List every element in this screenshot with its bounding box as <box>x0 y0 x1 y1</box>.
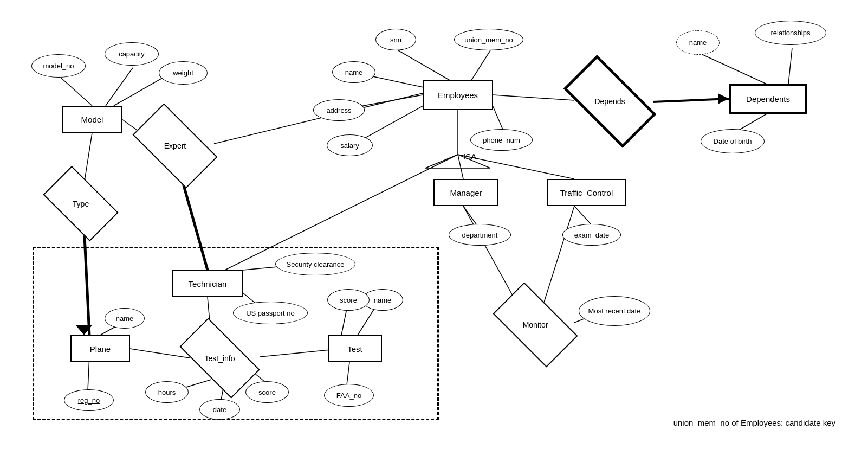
ellipse-snn: snn <box>375 29 416 50</box>
ellipse-score-tech-label: score <box>340 296 357 304</box>
ellipse-salary-label: salary <box>340 142 359 150</box>
entity-manager-label: Manager <box>450 188 482 197</box>
ellipse-department-label: department <box>462 231 498 239</box>
ellipse-us-passport-no: US passport no <box>233 302 308 324</box>
ellipse-security-clearance-label: Security clearance <box>287 260 345 268</box>
ellipse-date-label: date <box>213 406 226 414</box>
svg-line-14 <box>493 95 574 100</box>
ellipse-name-dep-label: name <box>689 39 707 47</box>
svg-line-18 <box>788 48 792 84</box>
svg-line-1 <box>106 68 133 106</box>
ellipse-capacity: capacity <box>105 42 159 66</box>
ellipse-capacity-label: capacity <box>119 50 145 58</box>
diamond-expert-label: Expert <box>164 142 186 150</box>
ellipse-address-label: address <box>326 106 351 114</box>
svg-line-8 <box>398 50 450 80</box>
svg-line-28 <box>542 206 574 309</box>
ellipse-hours: hours <box>145 381 189 403</box>
ellipse-name-emp-label: name <box>345 68 363 76</box>
ellipse-most-recent-date-label: Most recent date <box>586 307 644 315</box>
svg-line-43 <box>214 93 423 144</box>
diamond-type: Type <box>48 183 114 224</box>
ellipse-weight-label: weight <box>173 69 193 77</box>
entity-employees-label: Employees <box>438 91 478 100</box>
entity-technician-label: Technician <box>189 279 227 288</box>
ellipse-date: date <box>199 399 240 420</box>
ellipse-phone-num-label: phone_num <box>483 136 520 144</box>
ellipse-score-tech: score <box>327 289 370 311</box>
diamond-expert: Expert <box>137 124 213 168</box>
diamond-monitor-label: Monitor <box>523 320 548 329</box>
ellipse-most-recent-date: Most recent date <box>579 296 650 326</box>
ellipse-relationships-label: relationships <box>771 29 811 37</box>
svg-line-15 <box>653 99 729 102</box>
ellipse-model-no-label: model_no <box>43 62 74 70</box>
ellipse-relationships: relationships <box>755 21 826 45</box>
entity-plane-label: Plane <box>90 344 111 354</box>
ellipse-reg-no-label: reg_no <box>78 396 100 405</box>
svg-line-21 <box>458 155 463 179</box>
diamond-depends: Depends <box>568 78 652 125</box>
diamond-depends-label: Depends <box>594 97 625 106</box>
svg-line-2 <box>114 75 168 106</box>
ellipse-name-plane-label: name <box>116 315 134 323</box>
svg-line-26 <box>574 206 592 225</box>
svg-line-17 <box>702 54 767 84</box>
ellipse-date-of-birth-label: Date of birth <box>714 137 752 145</box>
ellipse-score-test: score <box>245 381 289 403</box>
ellipse-union-mem-no-label: union_mem_no <box>464 36 513 44</box>
ellipse-weight: weight <box>159 61 208 85</box>
svg-line-9 <box>471 50 490 80</box>
ellipse-security-clearance: Security clearance <box>275 253 355 275</box>
ellipse-exam-date-label: exam_date <box>574 231 609 239</box>
entity-employees: Employees <box>423 80 493 110</box>
ellipse-score-test-label: score <box>258 388 276 396</box>
entity-plane: Plane <box>70 335 130 362</box>
entity-dependents-label: Dependents <box>746 94 790 104</box>
ellipse-phone-num: phone_num <box>470 129 533 151</box>
entity-traffic-control: Traffic_Control <box>547 179 626 206</box>
ellipse-model-no: model_no <box>31 54 86 78</box>
entity-dependents: Dependents <box>729 84 807 114</box>
entity-model: Model <box>62 106 122 133</box>
isa-label: ISA <box>463 152 476 161</box>
diamond-monitor: Monitor <box>497 303 573 347</box>
entity-model-label: Model <box>81 115 103 124</box>
svg-line-12 <box>358 103 428 142</box>
ellipse-salary: salary <box>327 134 373 156</box>
ellipse-faa-no: FAA_no <box>324 384 374 407</box>
diagram-container: ISA Model Employees Manager Traffic_Cont… <box>0 0 868 449</box>
ellipse-snn-label: snn <box>390 36 401 44</box>
entity-traffic-label: Traffic_Control <box>560 188 613 197</box>
ellipse-faa-no-label: FAA_no <box>336 392 361 400</box>
ellipse-name-plane: name <box>105 308 145 329</box>
svg-line-27 <box>463 206 520 309</box>
diamond-type-label: Type <box>73 200 89 208</box>
entity-technician: Technician <box>172 270 243 297</box>
ellipse-name-emp: name <box>332 61 375 83</box>
ellipse-date-of-birth: Date of birth <box>701 129 765 153</box>
ellipse-union-mem-no: union_mem_no <box>454 29 523 50</box>
annotation-text: union_mem_no of Employees: candidate key <box>673 418 835 427</box>
svg-marker-16 <box>718 93 729 104</box>
svg-line-0 <box>61 78 92 106</box>
svg-line-5 <box>84 133 92 184</box>
ellipse-department: department <box>449 224 511 246</box>
ellipse-name-tech-label: name <box>374 296 392 304</box>
ellipse-hours-label: hours <box>158 388 176 396</box>
diamond-test-info: Test_info <box>183 338 256 379</box>
ellipse-name-dep: name <box>676 30 720 55</box>
svg-line-19 <box>737 114 767 131</box>
ellipse-us-passport-label: US passport no <box>246 309 295 317</box>
ellipse-reg-no: reg_no <box>64 389 114 411</box>
ellipse-address: address <box>313 99 365 121</box>
ellipse-exam-date: exam_date <box>562 224 621 246</box>
entity-manager: Manager <box>433 179 498 206</box>
diamond-test-info-label: Test_info <box>204 354 235 363</box>
entity-test: Test <box>328 335 382 362</box>
entity-test-label: Test <box>347 344 362 354</box>
